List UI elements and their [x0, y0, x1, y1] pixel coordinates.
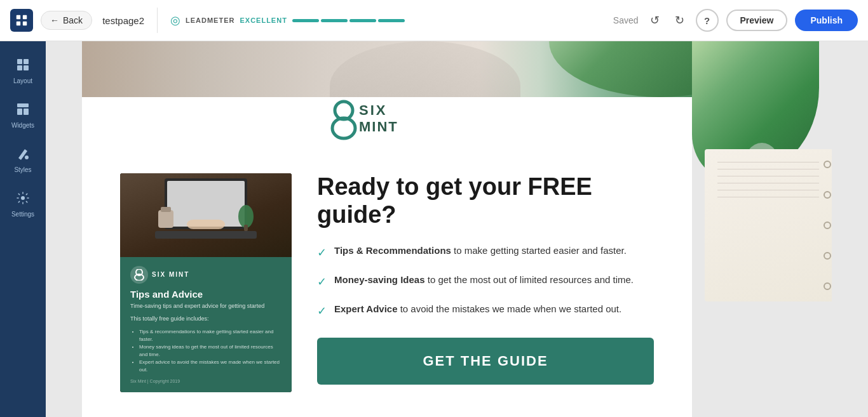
notebook-line	[717, 190, 819, 190]
publish-button[interactable]: Publish	[795, 10, 858, 31]
feature-text-1: Tips & Recommendations to make getting s…	[334, 244, 627, 258]
notebook-visual	[705, 149, 832, 301]
notebook-line	[717, 183, 819, 183]
logo-area: SIX MINT	[82, 97, 692, 142]
svg-rect-6	[17, 65, 22, 70]
svg-rect-0	[17, 15, 20, 19]
feature-bold-3: Expert Advice	[334, 303, 398, 314]
svg-rect-7	[24, 65, 29, 70]
layout-icon	[16, 58, 30, 75]
guide-book-top	[120, 173, 292, 257]
topbar: ← Back testpage2 ◎ LEADMETER EXCELLENT S…	[0, 0, 868, 41]
svg-rect-9	[17, 109, 22, 115]
feature-item-2: ✓ Money-saving Ideas to get the most out…	[317, 273, 654, 291]
feature-text-2: Money-saving Ideas to get the most out o…	[334, 273, 634, 288]
guide-book-logo-icon	[130, 266, 148, 284]
guide-book-logo-text: SIX MINT	[152, 271, 189, 278]
sidebar: Layout Widgets Styles Settings	[0, 41, 46, 417]
top-image-strip	[82, 41, 692, 97]
sidebar-item-widgets-label: Widgets	[11, 122, 34, 129]
features-list: ✓ Tips & Recommendations to make getting…	[317, 244, 654, 320]
spiral-ring	[824, 191, 831, 199]
leadmeter-label: LEADMETER	[186, 17, 234, 24]
notebook-line	[717, 162, 819, 162]
redo-button[interactable]: ↻	[671, 10, 688, 31]
sixmint-logo: SIX MINT	[323, 97, 451, 142]
settings-icon	[16, 191, 30, 208]
sidebar-item-styles-label: Styles	[14, 166, 31, 173]
back-arrow-icon: ←	[50, 15, 59, 25]
svg-rect-22	[161, 207, 171, 212]
canvas-area: SIX MINT	[46, 41, 868, 417]
svg-rect-10	[24, 109, 29, 115]
svg-rect-20	[187, 220, 225, 229]
spiral-ring	[824, 161, 831, 168]
feature-rest-3: to avoid the mistakes we made when we st…	[398, 303, 622, 314]
guide-book-points: Tips & recommendations to make getting s…	[130, 328, 281, 374]
check-icon-1: ✓	[317, 244, 327, 261]
svg-point-12	[21, 196, 25, 200]
leadmeter-score: EXCELLENT	[240, 17, 287, 24]
sidebar-item-settings[interactable]: Settings	[4, 185, 42, 224]
guide-book-inner: SIX MINT Tips and Advice Time-saving tip…	[120, 173, 292, 392]
svg-point-11	[25, 156, 29, 159]
feature-bold-2: Money-saving Ideas	[334, 274, 425, 285]
right-decoration	[692, 41, 832, 417]
check-icon-2: ✓	[317, 274, 327, 291]
feature-rest-2: to get the most out of limited resources…	[425, 274, 634, 285]
cta-button[interactable]: GET THE GUIDE	[317, 338, 654, 385]
back-button[interactable]: ← Back	[41, 11, 92, 30]
spiral-ring	[824, 282, 831, 290]
leadmeter-bar-3	[349, 19, 376, 22]
svg-text:SIX: SIX	[359, 102, 387, 118]
svg-rect-8	[17, 103, 29, 107]
svg-rect-5	[24, 59, 29, 64]
svg-rect-2	[17, 22, 20, 25]
sidebar-item-layout[interactable]: Layout	[4, 51, 42, 91]
right-content: Ready to get your FREE guide? ✓ Tips & R…	[317, 173, 654, 385]
feature-text-3: Expert Advice to avoid the mistakes we m…	[334, 302, 621, 317]
guide-book-bottom: SIX MINT Tips and Advice Time-saving tip…	[120, 257, 292, 392]
svg-point-23	[238, 205, 254, 228]
guide-book-logo: SIX MINT	[130, 266, 281, 284]
svg-rect-19	[155, 231, 257, 239]
spiral-ring	[824, 222, 831, 229]
preview-button[interactable]: Preview	[726, 10, 788, 31]
svg-rect-4	[17, 59, 22, 64]
guide-book-title: Tips and Advice	[130, 289, 281, 300]
saved-status: Saved	[613, 15, 639, 25]
help-button[interactable]: ?	[696, 9, 719, 32]
widgets-icon	[16, 102, 30, 119]
feature-rest-1: to make getting started easier and faste…	[451, 245, 627, 256]
main-canvas: SIX MINT	[46, 41, 868, 417]
styles-icon	[16, 147, 30, 164]
guide-book-body: This totally free guide includes:	[130, 315, 281, 323]
spiral-ring	[824, 252, 831, 260]
sidebar-item-layout-label: Layout	[13, 77, 32, 84]
notebook-line	[717, 169, 819, 169]
page-name: testpage2	[102, 15, 144, 26]
laptop-container	[152, 175, 260, 248]
sidebar-item-widgets[interactable]: Widgets	[4, 96, 42, 135]
leadmeter-bar-4	[378, 19, 405, 22]
notebook-lines	[717, 162, 819, 197]
guide-point-2: Money saving ideas to get the most out o…	[139, 343, 281, 359]
sidebar-item-styles[interactable]: Styles	[4, 140, 42, 180]
feature-item-3: ✓ Expert Advice to avoid the mistakes we…	[317, 302, 654, 320]
page-content: SIX MINT	[82, 41, 692, 417]
feature-item-1: ✓ Tips & Recommendations to make getting…	[317, 244, 654, 261]
notebook-line	[717, 176, 819, 176]
leadmeter-bar-1	[292, 19, 319, 22]
leadmeter-bar-2	[321, 19, 348, 22]
app-logo	[10, 9, 33, 32]
svg-rect-3	[23, 22, 27, 25]
sidebar-item-settings-label: Settings	[11, 211, 34, 218]
guide-point-1: Tips & recommendations to make getting s…	[139, 328, 281, 343]
content-section: SIX MINT Tips and Advice Time-saving tip…	[82, 154, 692, 417]
svg-rect-21	[158, 210, 173, 228]
undo-button[interactable]: ↺	[646, 10, 663, 31]
svg-rect-24	[244, 225, 248, 231]
svg-rect-1	[23, 15, 27, 19]
svg-text:MINT: MINT	[359, 119, 398, 135]
divider	[157, 8, 158, 33]
